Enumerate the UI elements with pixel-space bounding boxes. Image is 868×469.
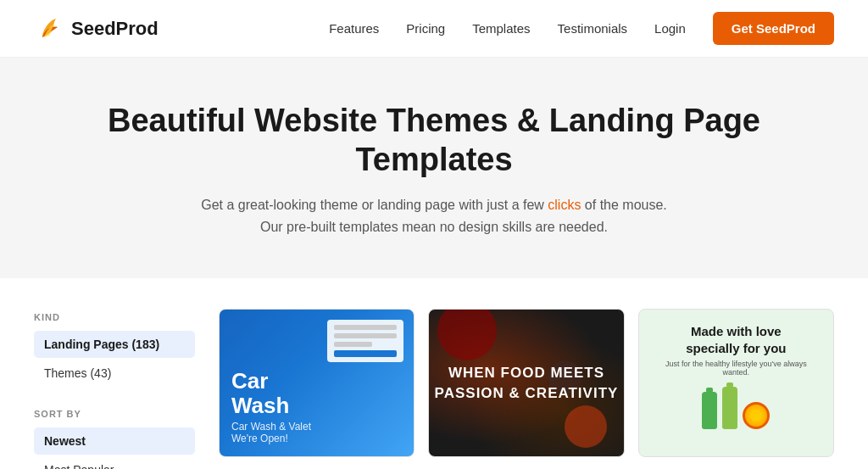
nav-features[interactable]: Features: [329, 21, 379, 36]
juice-bottles: [702, 387, 770, 429]
navbar: SeedProd Features Pricing Templates Test…: [0, 0, 868, 58]
hero-section: Beautiful Website Themes & Landing Page …: [0, 58, 868, 278]
form-line-2: [334, 333, 397, 338]
hero-subtitle: Get a great-looking theme or landing pag…: [34, 194, 834, 237]
sidebar-sort-section: SORT BY Newest Most Popular: [34, 409, 195, 469]
form-line-1: [334, 325, 397, 330]
sidebar-newest[interactable]: Newest: [34, 427, 195, 455]
seedprod-logo-icon: [34, 14, 64, 44]
orange-slice: [743, 402, 770, 429]
sidebar: KIND Landing Pages (183) Themes (43) SOR…: [34, 309, 195, 469]
food-circle-2: [565, 405, 607, 448]
form-line-3: [334, 342, 371, 347]
template-card-carwash[interactable]: CarWash Car Wash & ValetWe're Open!: [219, 309, 415, 457]
sort-label: SORT BY: [34, 409, 195, 419]
hero-subtitle-line2: Our pre-built templates mean no design s…: [260, 220, 608, 234]
nav-templates[interactable]: Templates: [472, 21, 530, 36]
template-card-juice-love[interactable]: Made with lovespecially for you Just for…: [638, 309, 834, 457]
sidebar-most-popular[interactable]: Most Popular: [34, 456, 195, 469]
nav-login[interactable]: Login: [654, 21, 686, 36]
sidebar-themes[interactable]: Themes (43): [34, 360, 195, 387]
carwash-form-preview: [327, 320, 403, 362]
carwash-title: CarWash: [231, 369, 402, 417]
juice-title: Made with lovespecially for you: [686, 323, 786, 356]
form-btn-preview: [334, 350, 397, 357]
food-circle-1: [437, 310, 497, 360]
sidebar-landing-pages[interactable]: Landing Pages (183): [34, 331, 195, 358]
brand-logo[interactable]: SeedProd: [34, 14, 159, 44]
cta-button[interactable]: Get SeedProd: [713, 12, 834, 45]
kind-label: KIND: [34, 312, 195, 322]
template-card-food-passion[interactable]: WHEN FOOD MEETSPASSION & CREATIVITY: [428, 309, 624, 457]
sidebar-kind-section: KIND Landing Pages (183) Themes (43): [34, 312, 195, 387]
brand-name: SeedProd: [71, 18, 159, 40]
food-passion-title: WHEN FOOD MEETSPASSION & CREATIVITY: [435, 363, 619, 404]
nav-pricing[interactable]: Pricing: [406, 21, 445, 36]
juice-subtitle: Just for the healthy lifestyle you've al…: [653, 360, 820, 377]
hero-title: Beautiful Website Themes & Landing Page …: [34, 102, 834, 179]
nav-links: Features Pricing Templates Testimonials …: [329, 12, 834, 45]
bottle-green-2: [722, 387, 737, 429]
main-content: KIND Landing Pages (183) Themes (43) SOR…: [0, 278, 868, 469]
nav-testimonials[interactable]: Testimonials: [558, 21, 628, 36]
bottle-green-1: [702, 392, 717, 429]
templates-grid: CarWash Car Wash & ValetWe're Open! WHEN…: [219, 309, 834, 469]
hero-highlight: clicks: [548, 198, 581, 212]
carwash-subtitle: Car Wash & ValetWe're Open!: [231, 421, 402, 444]
